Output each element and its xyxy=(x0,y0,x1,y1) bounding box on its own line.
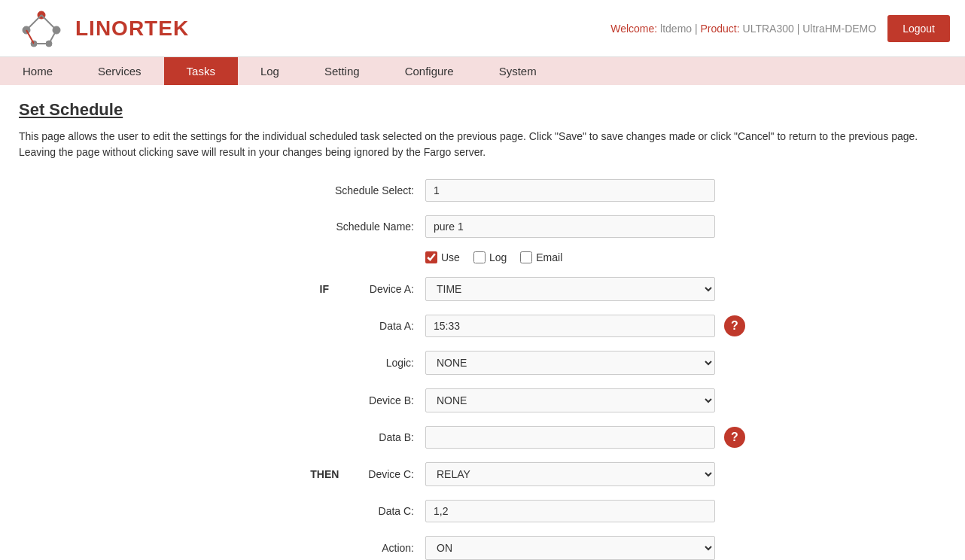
email-label: Email xyxy=(536,251,562,263)
device-c-label: Device C: xyxy=(368,468,414,480)
then-label: THEN xyxy=(310,468,339,480)
product-name: ULTRA300 | UltraHM-DEMO xyxy=(743,23,877,35)
page-description: This page allows the user to edit the se… xyxy=(19,129,946,160)
log-label: Log xyxy=(489,251,507,263)
nav-item-configure[interactable]: Configure xyxy=(382,57,476,85)
logic-select[interactable]: NONE AND OR xyxy=(425,351,715,375)
product-label: Product: xyxy=(701,23,740,35)
email-checkbox-item[interactable]: Email xyxy=(520,251,562,263)
device-a-label: Device A: xyxy=(370,283,414,295)
schedule-name-input[interactable] xyxy=(425,215,715,238)
checkbox-group: Use Log Email xyxy=(425,251,562,263)
nav-item-services[interactable]: Services xyxy=(75,57,164,85)
use-label: Use xyxy=(441,251,460,263)
schedule-name-label: Schedule Name: xyxy=(19,221,425,233)
log-checkbox-item[interactable]: Log xyxy=(473,251,507,263)
data-b-label: Data B: xyxy=(19,431,425,443)
action-select[interactable]: ON OFF TOGGLE xyxy=(425,536,715,560)
device-b-label: Device B: xyxy=(19,394,425,406)
action-row: Action: ON OFF TOGGLE xyxy=(19,536,946,560)
nav-item-tasks[interactable]: Tasks xyxy=(164,57,238,85)
logout-button[interactable]: Logout xyxy=(887,15,950,42)
action-label: Action: xyxy=(19,542,425,554)
svg-line-5 xyxy=(26,15,41,30)
data-a-input[interactable] xyxy=(425,315,715,337)
schedule-select-row: Schedule Select: xyxy=(19,179,946,202)
svg-line-7 xyxy=(26,30,34,44)
email-checkbox[interactable] xyxy=(520,251,532,263)
header-right: Welcome: ltdemo | Product: ULTRA300 | Ul… xyxy=(610,15,950,42)
schedule-form: Schedule Select: Schedule Name: Use Log xyxy=(19,179,946,560)
page-title: Set Schedule xyxy=(19,100,946,120)
nav-item-system[interactable]: System xyxy=(476,57,559,85)
checkboxes-row: Use Log Email xyxy=(19,251,946,263)
data-b-help-icon[interactable]: ? xyxy=(724,427,745,448)
device-c-select[interactable]: RELAY NONE TIME SENSOR xyxy=(425,462,715,486)
data-a-help-icon[interactable]: ? xyxy=(724,315,745,336)
welcome-label: Welcome: xyxy=(610,23,657,35)
data-c-label: Data C: xyxy=(19,505,425,517)
logo-icon xyxy=(15,8,68,49)
data-a-label: Data A: xyxy=(19,320,425,332)
svg-line-8 xyxy=(49,30,56,44)
data-b-input[interactable] xyxy=(425,426,715,449)
device-a-select[interactable]: TIME NONE RELAY SENSOR xyxy=(425,277,715,301)
data-c-row: Data C: xyxy=(19,500,946,522)
nav-item-home[interactable]: Home xyxy=(0,57,75,85)
schedule-select-input[interactable] xyxy=(425,179,715,202)
nav-item-log[interactable]: Log xyxy=(238,57,302,85)
nav-item-setting[interactable]: Setting xyxy=(302,57,382,85)
logo-text: LINORTEK xyxy=(75,17,189,41)
svg-line-6 xyxy=(41,15,56,30)
main-content: Set Schedule This page allows the user t… xyxy=(0,85,965,560)
device-c-label-group: THEN Device C: xyxy=(19,468,425,480)
logo-text-part1: LINOR xyxy=(75,17,145,40)
welcome-info: Welcome: ltdemo | Product: ULTRA300 | Ul… xyxy=(610,23,876,35)
device-b-select[interactable]: NONE TIME RELAY SENSOR xyxy=(425,388,715,412)
data-b-row: Data B: ? xyxy=(19,426,946,449)
data-c-input[interactable] xyxy=(425,500,715,522)
schedule-select-label: Schedule Select: xyxy=(19,184,425,196)
logo-text-part2: TEK xyxy=(145,17,189,40)
welcome-user: ltdemo xyxy=(660,23,692,35)
device-a-label-group: IF Device A: xyxy=(19,283,425,295)
device-a-row: IF Device A: TIME NONE RELAY SENSOR xyxy=(19,277,946,301)
logo-area: LINORTEK xyxy=(15,8,189,49)
device-b-row: Device B: NONE TIME RELAY SENSOR xyxy=(19,388,946,412)
log-checkbox[interactable] xyxy=(473,251,486,263)
schedule-name-row: Schedule Name: xyxy=(19,215,946,238)
data-a-row: Data A: ? xyxy=(19,315,946,337)
logic-label: Logic: xyxy=(19,357,425,369)
device-c-row: THEN Device C: RELAY NONE TIME SENSOR xyxy=(19,462,946,486)
use-checkbox[interactable] xyxy=(425,251,437,263)
if-label: IF xyxy=(320,283,329,295)
logic-row: Logic: NONE AND OR xyxy=(19,351,946,375)
header: LINORTEK Welcome: ltdemo | Product: ULTR… xyxy=(0,0,965,57)
use-checkbox-item[interactable]: Use xyxy=(425,251,460,263)
main-nav: Home Services Tasks Log Setting Configur… xyxy=(0,57,965,85)
